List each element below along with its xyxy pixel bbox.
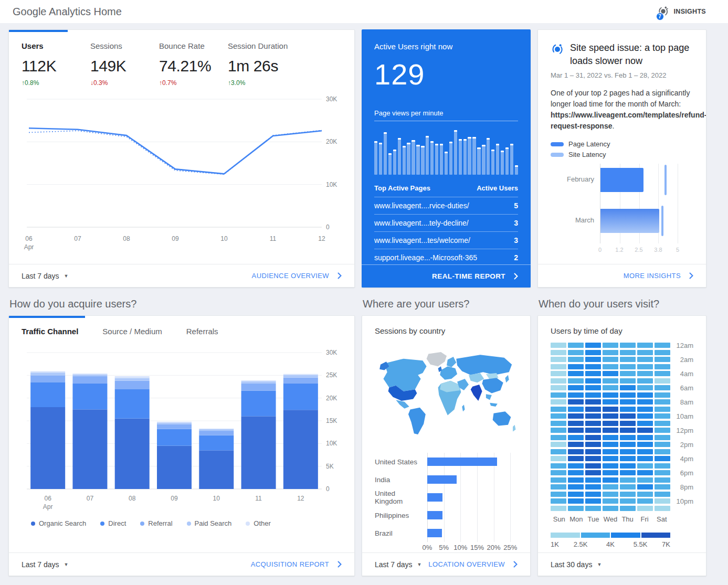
heatmap-cell <box>568 470 584 475</box>
heatmap-cell <box>655 421 670 426</box>
heatmap-cell <box>637 413 653 419</box>
country-bar-track <box>427 453 518 471</box>
acquisition-report-link[interactable]: ACQUISITION REPORT <box>251 560 342 568</box>
heatmap-cell <box>637 456 653 461</box>
country-bar-track <box>427 524 518 542</box>
heatmap-cell <box>585 456 601 461</box>
heatmap-cell <box>603 399 618 405</box>
svg-text:15K: 15K <box>326 417 337 424</box>
hour-label: 6am <box>680 384 693 392</box>
legend-item-direct[interactable]: Direct <box>100 519 126 527</box>
axis-tick: 3.8 <box>654 247 662 253</box>
pageviews-bar <box>403 146 406 175</box>
heatmap-cell <box>585 392 601 398</box>
legend-item-paid-search[interactable]: Paid Search <box>187 519 232 527</box>
audience-card-footer: Last 7 days ▼ AUDIENCE OVERVIEW <box>9 264 354 287</box>
tab-traffic-channel[interactable]: Traffic Channel <box>22 327 78 339</box>
tab-source-medium[interactable]: Source / Medium <box>102 327 162 339</box>
heatmap-cell <box>568 477 584 483</box>
legend-item-other[interactable]: Other <box>246 519 271 527</box>
pageviews-bar <box>463 139 467 175</box>
heatmap-cell <box>568 498 584 504</box>
heatmap-cell <box>551 364 566 369</box>
heatmap-cell <box>637 477 653 483</box>
gridline <box>678 164 678 243</box>
pageviews-bar <box>416 145 419 175</box>
metric-users[interactable]: Users112K↑0.8% <box>22 41 90 87</box>
legend-item: Page Latency <box>551 140 693 148</box>
location-overview-link[interactable]: LOCATION OVERVIEW <box>428 560 518 568</box>
hour-label: 12am <box>676 342 693 349</box>
latency-chart-ticks: 01.22.53.85 <box>600 247 678 254</box>
insights-button[interactable]: 7 INSIGHTS <box>657 5 706 18</box>
heatmap-cell <box>585 399 601 405</box>
insight-card: Site speed issue: a top page loads slowe… <box>537 29 706 288</box>
realtime-report-link[interactable]: REAL-TIME REPORT <box>432 272 518 280</box>
legend-label: Site Latency <box>568 151 606 158</box>
metric-sessions[interactable]: Sessions149K↓0.3% <box>90 41 159 87</box>
top-page-row[interactable]: www.liveagent...tes/welcome/3 <box>374 232 518 249</box>
heatmap-cell <box>585 477 601 483</box>
legend-item-referral[interactable]: Referral <box>140 519 172 527</box>
legend-label: Page Latency <box>568 140 610 148</box>
top-page-row[interactable]: www.liveagent....tely-decline/3 <box>374 215 518 232</box>
chevron-right-icon <box>514 273 518 280</box>
pageviews-bar <box>407 143 410 175</box>
hour-label: 10am <box>676 412 693 420</box>
heatmap-cell <box>585 371 601 376</box>
country-label: Philippines <box>375 512 427 519</box>
heatmap-cell <box>603 350 618 355</box>
pageviews-bar <box>491 150 494 175</box>
heatmap-cell <box>551 378 566 384</box>
tab-referrals[interactable]: Referrals <box>186 327 218 339</box>
heatmap-cell <box>655 470 670 475</box>
axis-tick: 5 <box>676 247 679 253</box>
active-metric-indicator <box>9 30 68 32</box>
date-range-selector[interactable]: Last 30 days ▼ <box>551 560 602 569</box>
active-users-col-header: Active Users <box>477 184 518 192</box>
legend-item-organic-search[interactable]: Organic Search <box>31 519 86 527</box>
svg-text:11: 11 <box>270 235 277 242</box>
pageviews-per-minute-chart <box>374 127 518 175</box>
svg-text:30K: 30K <box>326 95 337 103</box>
date-range-selector[interactable]: Last 7 days ▼ <box>22 272 69 280</box>
caret-down-icon: ▼ <box>64 273 69 279</box>
pageviews-bar <box>384 132 387 175</box>
more-insights-link[interactable]: MORE INSIGHTS <box>624 272 693 280</box>
country-row: India <box>375 471 518 488</box>
heatmap-cell <box>620 463 636 469</box>
heatmap-cell <box>603 442 618 447</box>
chevron-right-icon <box>337 272 342 279</box>
heatmap-cell <box>603 435 618 440</box>
date-range-selector[interactable]: Last 7 days ▼ <box>375 560 422 569</box>
country-row: Philippines <box>375 506 518 524</box>
scale-segment <box>641 533 671 538</box>
heatmap-cell <box>637 506 653 511</box>
insight-page-link[interactable]: https://www.liveagent.com/templates/refu… <box>551 111 706 130</box>
heatmap-cell <box>620 498 636 504</box>
top-page-row[interactable]: www.liveagent....rvice-duties/5 <box>374 197 518 215</box>
heatmap-cell <box>568 371 584 376</box>
date-range-selector[interactable]: Last 7 days ▼ <box>22 560 69 569</box>
heatmap-cell <box>568 492 584 497</box>
heatmap-cell <box>637 371 653 376</box>
metric-bounce-rate[interactable]: Bounce Rate74.21%↑0.7% <box>159 41 228 87</box>
visits-card: Users by time of day 12am2am4am6am8am10a… <box>537 315 706 576</box>
pageviews-bar <box>477 147 480 175</box>
heatmap-cell <box>568 378 584 384</box>
country-label: United Kingdom <box>375 490 427 505</box>
axis-tick: 0 <box>598 247 602 253</box>
insight-title: Site speed issue: a top page loads slowe… <box>570 41 693 68</box>
heatmap-cell <box>637 378 653 384</box>
heatmap-cell <box>551 463 566 469</box>
heatmap-cell <box>585 357 601 362</box>
heatmap-cell <box>620 477 636 483</box>
legend-label: Other <box>254 519 271 527</box>
metric-session-duration[interactable]: Session Duration1m 26s↑3.0% <box>228 41 297 87</box>
pageviews-bar <box>510 144 513 175</box>
audience-overview-link[interactable]: AUDIENCE OVERVIEW <box>252 272 342 280</box>
heatmap-cell <box>603 343 618 348</box>
heatmap-cell <box>585 449 601 454</box>
heatmap-cell <box>551 435 566 440</box>
acquisition-card-footer: Last 7 days ▼ ACQUISITION REPORT <box>9 552 354 576</box>
